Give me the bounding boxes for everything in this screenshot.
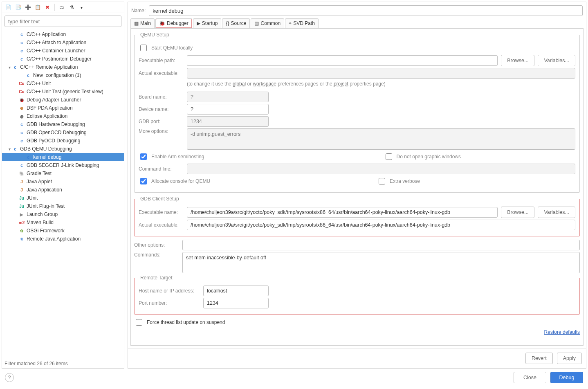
tree-item[interactable]: ◍Eclipse Application [2, 112, 124, 120]
filter-menu-icon[interactable]: ⚗ [68, 4, 75, 11]
extra-verbose-checkbox[interactable] [379, 178, 385, 184]
tree-item[interactable]: 🐘Gradle Test [2, 169, 124, 178]
tree-item-label: Java Applet [27, 179, 52, 184]
commands-input[interactable]: set mem inaccessible-by-default off [182, 252, 580, 273]
gdb-actual-input[interactable] [187, 220, 575, 230]
tab-debugger[interactable]: 🐞Debugger [155, 18, 192, 28]
tree-item[interactable]: cC/C++ Container Launcher [2, 47, 124, 55]
tree-item-label: C/C++ Unit [27, 81, 51, 86]
tree-item[interactable]: ▶Launch Group [2, 210, 124, 218]
delete-config-icon[interactable]: ✖ [44, 4, 51, 11]
tree-item-label: JUnit [27, 195, 38, 201]
tree-item[interactable]: ✿OSGi Framework [2, 227, 124, 235]
tree-item-icon: c [18, 137, 25, 144]
semihosting-checkbox[interactable] [140, 153, 147, 160]
apply-button[interactable]: Apply [557, 353, 582, 364]
duplicate-config-icon[interactable]: 📑 [14, 4, 22, 11]
tab-common[interactable]: ▤Common [251, 18, 284, 28]
close-button[interactable]: Close [514, 372, 546, 383]
tab-main[interactable]: ▦Main [130, 18, 155, 28]
tree-item[interactable]: ⊕DSF PDA Application [2, 104, 124, 112]
tree-item[interactable]: ▾cGDB QEMU Debugging [2, 145, 124, 153]
global-link[interactable]: global [233, 81, 246, 87]
tree-item-label: Java Application [27, 187, 62, 193]
tree-item-label: OSGi Framework [27, 228, 65, 234]
tree-item-label: GDB Hardware Debugging [27, 121, 85, 127]
restore-defaults-link[interactable]: Restore defaults [544, 329, 580, 335]
new-config-icon[interactable]: 📄 [4, 4, 12, 11]
tree-item-label: C/C++ Remote Application [20, 64, 78, 70]
gdb-browse-button[interactable]: Browse... [501, 207, 534, 218]
semihosting-label: Enable Arm semihosting [151, 154, 204, 160]
config-tree[interactable]: cC/C++ ApplicationcC/C++ Attach to Appli… [2, 29, 124, 359]
exec-path-input[interactable] [187, 55, 498, 66]
tree-item[interactable]: JJava Application [2, 186, 124, 194]
gdb-port-label: GDB port: [139, 119, 184, 124]
tree-item-icon: 🐘 [18, 170, 25, 177]
tab-label: Startup [202, 20, 218, 26]
config-editor-panel: Name: ▦Main🐞Debugger▶Startup{}Source▤Com… [128, 2, 586, 369]
launch-config-tree-panel: 📄 📑 ➕ 📋 ✖ 🗂 ⚗ ▾ cC/C++ ApplicationcC/C++… [2, 2, 124, 369]
device-name-input[interactable] [187, 104, 269, 115]
paste-config-icon[interactable]: 📋 [34, 4, 41, 11]
tree-item[interactable]: cC/C++ Application [2, 30, 124, 38]
start-qemu-locally-checkbox[interactable] [140, 45, 147, 51]
twisty-icon[interactable]: ▾ [7, 147, 12, 151]
force-thread-checkbox[interactable] [136, 319, 142, 326]
start-qemu-locally-label: Start QEMU locally [151, 45, 193, 51]
debugger-tab-content: QEMU Setup Start QEMU locally Executable… [130, 28, 584, 346]
tree-item[interactable]: ▾cC/C++ Remote Application [2, 63, 124, 71]
workspace-link[interactable]: workspace [253, 81, 276, 87]
collapse-all-icon[interactable]: 🗂 [58, 4, 65, 11]
tree-item[interactable]: ckernel debug [2, 153, 124, 161]
tree-item-label: C/C++ Container Launcher [27, 48, 85, 54]
actual-exec-label: Actual executable: [139, 70, 184, 76]
exec-browse-button[interactable]: Browse... [501, 55, 534, 66]
alloc-console-checkbox[interactable] [140, 178, 147, 184]
tree-item[interactable]: m2Maven Build [2, 218, 124, 227]
tab-icon: ▶ [197, 20, 200, 26]
tree-item[interactable]: cGDB PyOCD Debugging [2, 137, 124, 145]
tree-item[interactable]: cNew_configuration (1) [2, 71, 124, 79]
export-config-icon[interactable]: ➕ [24, 4, 31, 11]
tree-item[interactable]: cC/C++ Postmortem Debugger [2, 55, 124, 63]
gdb-actual-label: Actual executable: [139, 222, 184, 228]
tree-item[interactable]: ↯Remote Java Application [2, 235, 124, 243]
tree-item-icon: ◍ [18, 113, 25, 119]
debug-button[interactable]: Debug [550, 372, 583, 383]
tree-item-icon: c [18, 31, 25, 38]
project-link[interactable]: project [334, 81, 348, 87]
tree-item[interactable]: cGDB SEGGER J-Link Debugging [2, 161, 124, 169]
tree-item[interactable]: cC/C++ Attach to Application [2, 38, 124, 47]
revert-button[interactable]: Revert [525, 353, 553, 364]
twisty-icon[interactable]: ▾ [7, 65, 12, 70]
tree-item[interactable]: cGDB OpenOCD Debugging [2, 128, 124, 137]
gdb-variables-button[interactable]: Variables... [538, 207, 575, 218]
tree-item[interactable]: JuJUnit [2, 194, 124, 202]
gdb-exec-input[interactable] [187, 207, 498, 218]
tree-item[interactable]: JJava Applet [2, 178, 124, 186]
tab-source[interactable]: {}Source [222, 18, 250, 28]
port-input[interactable] [203, 298, 269, 308]
config-name-input[interactable] [149, 5, 583, 16]
tree-item-icon: c [18, 47, 25, 54]
tree-item-icon: c [25, 72, 31, 79]
nographic-checkbox[interactable] [386, 153, 392, 160]
filter-input[interactable] [4, 16, 121, 27]
tab-svd-path[interactable]: ⌖SVD Path [285, 18, 319, 28]
tree-item[interactable]: CuC/C++ Unit Test (generic Test view) [2, 88, 124, 96]
tree-item-label: GDB QEMU Debugging [20, 146, 72, 152]
filter-dropdown-icon[interactable]: ▾ [78, 4, 85, 11]
tree-item[interactable]: CuC/C++ Unit [2, 79, 124, 88]
board-name-label: Board name: [139, 94, 184, 100]
host-input[interactable] [203, 286, 269, 296]
tree-item-icon: c [18, 121, 25, 128]
help-icon[interactable]: ? [5, 373, 14, 382]
tree-item[interactable]: cGDB Hardware Debugging [2, 120, 124, 128]
tree-item-icon: J [18, 178, 25, 185]
tree-item[interactable]: 🐞Debug Adapter Launcher [2, 96, 124, 104]
tree-item[interactable]: JuJUnit Plug-in Test [2, 202, 124, 210]
tab-startup[interactable]: ▶Startup [193, 18, 222, 28]
exec-variables-button[interactable]: Variables... [538, 55, 575, 66]
other-options-input[interactable] [182, 240, 580, 250]
